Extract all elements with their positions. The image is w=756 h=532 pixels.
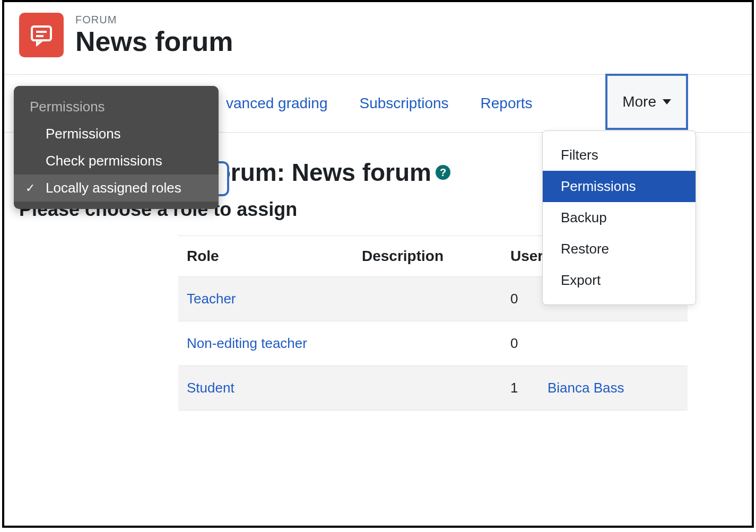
role-link-non-editing-teacher[interactable]: Non-editing teacher	[187, 335, 307, 351]
permissions-popover: Permissions Permissions Check permission…	[14, 86, 219, 209]
popover-group-label: Permissions	[14, 95, 219, 120]
table-row: Student 1 Bianca Bass	[178, 366, 688, 411]
more-item-filters[interactable]: Filters	[543, 139, 696, 171]
desc-cell	[353, 321, 502, 366]
col-role: Role	[178, 236, 353, 277]
popover-item-permissions[interactable]: Permissions	[14, 120, 219, 147]
desc-cell	[353, 277, 502, 321]
tab-more-label: More	[622, 93, 656, 110]
count-cell: 0	[502, 277, 539, 321]
count-cell: 0	[502, 321, 539, 366]
svg-rect-0	[32, 27, 51, 40]
help-icon[interactable]: ?	[436, 165, 450, 180]
more-item-backup[interactable]: Backup	[543, 202, 696, 233]
tab-more[interactable]: More	[605, 74, 688, 130]
more-item-export[interactable]: Export	[543, 265, 696, 296]
tab-subscriptions[interactable]: Subscriptions	[343, 75, 464, 132]
table-row: Non-editing teacher 0	[178, 321, 688, 366]
forum-icon	[19, 13, 64, 57]
check-icon: ✓	[25, 181, 35, 195]
tab-advanced-grading[interactable]: vanced grading	[210, 75, 343, 132]
role-link-teacher[interactable]: Teacher	[187, 291, 236, 307]
popover-item-check-permissions[interactable]: Check permissions	[14, 147, 219, 175]
breadcrumb: FORUM	[75, 14, 233, 26]
col-description: Description	[353, 236, 502, 277]
page-title: News forum	[75, 27, 233, 56]
role-link-student[interactable]: Student	[187, 380, 234, 396]
desc-cell	[353, 366, 502, 411]
count-cell: 1	[502, 366, 539, 411]
users-cell	[539, 321, 688, 366]
popover-item-locally-assigned-roles[interactable]: ✓ Locally assigned roles	[14, 175, 219, 202]
users-cell: Bianca Bass	[539, 366, 688, 411]
tab-reports[interactable]: Reports	[465, 75, 549, 132]
more-item-restore[interactable]: Restore	[543, 233, 696, 265]
more-dropdown: Filters Permissions Backup Restore Expor…	[542, 130, 696, 305]
user-link[interactable]: Bianca Bass	[548, 380, 624, 396]
chevron-down-icon	[663, 99, 671, 104]
more-item-permissions[interactable]: Permissions	[543, 171, 696, 202]
